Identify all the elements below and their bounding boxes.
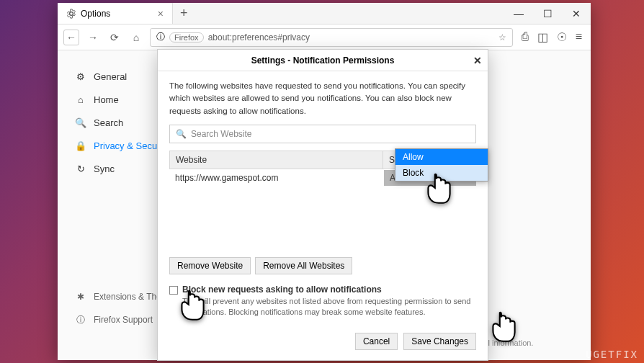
remove-all-websites-button[interactable]: Remove All Websites: [255, 257, 352, 274]
notification-permissions-dialog: Settings - Notification Permissions ✕ Th…: [157, 49, 488, 361]
library-icon[interactable]: ⎙: [522, 30, 529, 44]
block-new-requests-row: Block new requests asking to allow notif…: [169, 284, 476, 318]
browser-tab[interactable]: Options ×: [58, 3, 173, 24]
sidebar-item-label: Sync: [94, 163, 115, 174]
bookmark-star-icon[interactable]: ☆: [498, 32, 506, 42]
lock-icon: 🔒: [75, 140, 86, 151]
minimize-button[interactable]: —: [504, 3, 533, 24]
checkbox-label: Block new requests asking to allow notif…: [182, 284, 476, 295]
sidebar-item-label: General: [94, 71, 127, 82]
dropdown-option-allow[interactable]: Allow: [395, 149, 488, 165]
help-icon: ⓘ: [75, 314, 86, 326]
close-window-button[interactable]: ✕: [562, 3, 591, 24]
gear-icon: ⚙: [75, 71, 86, 82]
watermark: UGETFIX: [586, 349, 638, 360]
account-icon[interactable]: ☉: [557, 30, 567, 44]
menu-icon[interactable]: ≡: [576, 30, 582, 44]
header-website[interactable]: Website: [170, 151, 383, 169]
back-button[interactable]: ←: [63, 30, 79, 45]
sidebar-item-label: Firefox Support: [94, 315, 153, 325]
sidebar-toggle-icon[interactable]: ◫: [537, 30, 548, 44]
search-website-input[interactable]: 🔍 Search Website: [169, 125, 476, 143]
dialog-intro: The following websites have requested to…: [169, 80, 476, 117]
tab-title: Options: [81, 9, 110, 19]
dropdown-option-block[interactable]: Block: [395, 165, 488, 181]
status-dropdown-menu: Allow Block: [395, 148, 488, 182]
url-input[interactable]: ⓘ Firefox about:preferences#privacy ☆: [150, 28, 513, 47]
checkbox-description: This will prevent any websites not liste…: [182, 296, 476, 318]
urlbar: ← → ⟳ ⌂ ⓘ Firefox about:preferences#priv…: [58, 24, 591, 50]
close-tab-icon[interactable]: ×: [158, 8, 164, 19]
new-tab-button[interactable]: +: [173, 6, 195, 21]
preferences-sidebar: ⚙ General ⌂ Home 🔍 Search 🔒 Privacy & Se…: [58, 50, 173, 360]
sidebar-item-label: Search: [94, 117, 123, 128]
sidebar-item-label: Home: [94, 94, 119, 105]
sidebar-item-label: Privacy & Security: [94, 140, 164, 151]
url-text: about:preferences#privacy: [208, 32, 310, 42]
save-changes-button[interactable]: Save Changes: [403, 333, 476, 350]
search-icon: 🔍: [176, 129, 187, 139]
dialog-titlebar: Settings - Notification Permissions ✕: [158, 50, 488, 71]
cell-website: https://www.gamespot.com: [169, 173, 384, 183]
sync-icon: ↻: [75, 163, 86, 174]
forward-button[interactable]: →: [85, 30, 101, 45]
sidebar-item-label: Extensions & Themes: [94, 292, 164, 302]
search-placeholder: Search Website: [191, 129, 252, 139]
reload-button[interactable]: ⟳: [107, 30, 122, 45]
dialog-title-text: Settings - Notification Permissions: [251, 55, 395, 66]
cancel-button[interactable]: Cancel: [355, 333, 398, 350]
firefox-icon: ⓘ: [156, 31, 165, 43]
home-icon: ⌂: [75, 94, 86, 105]
gear-icon: [66, 9, 76, 19]
puzzle-icon: ✱: [75, 291, 86, 302]
home-button[interactable]: ⌂: [128, 30, 144, 45]
maximize-button[interactable]: ☐: [533, 3, 562, 24]
window-controls: — ☐ ✕: [504, 3, 591, 24]
search-icon: 🔍: [75, 117, 86, 128]
block-new-requests-checkbox[interactable]: [169, 286, 178, 295]
close-dialog-button[interactable]: ✕: [473, 55, 482, 66]
url-badge: Firefox: [169, 32, 204, 42]
titlebar: Options × + — ☐ ✕: [58, 3, 591, 24]
remove-website-button[interactable]: Remove Website: [169, 257, 251, 274]
